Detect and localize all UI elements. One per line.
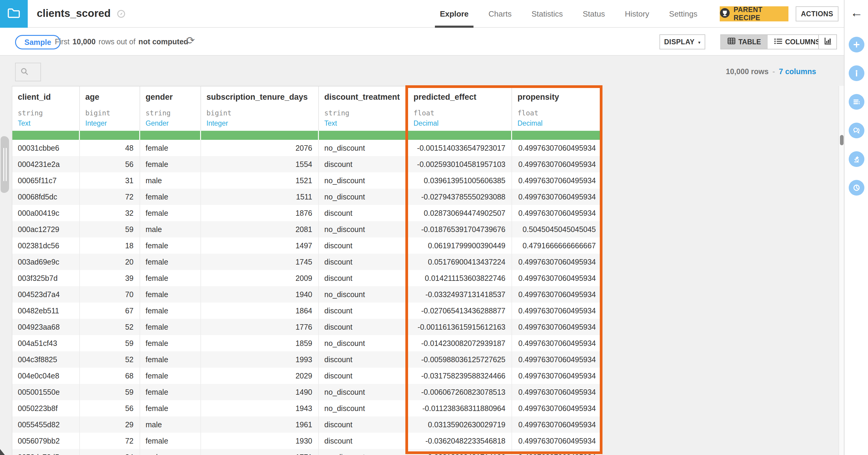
cell-client_id: 0056079bb2 [12,433,80,449]
quality-bar-discount_treatment[interactable] [319,131,408,140]
table-row: 003ad69e9c20female1745discount0.05176900… [12,254,602,270]
parent-recipe-button[interactable]: PARENT RECIPE [720,6,788,22]
column-header-age[interactable]: agebigintInteger [80,87,140,131]
tab-settings[interactable]: Settings [669,0,698,28]
cell-age: 20 [80,254,140,270]
cell-propensity: 0.49976307060495934 [512,368,602,384]
cell-predicted_effect: -0.03324937131418537 [408,286,512,302]
dataset-icon-tile[interactable] [0,0,28,28]
table-row: 003f325b7d39female2009discount0.01421115… [12,270,602,286]
cell-subscription_tenure_days: 2029 [201,368,319,384]
quality-bar-propensity[interactable] [512,131,602,140]
view-columns-button[interactable]: COLUMNS [768,35,827,49]
quality-bar-predicted_effect[interactable] [408,131,512,140]
cell-subscription_tenure_days: 1943 [201,400,319,416]
history-icon[interactable] [849,180,864,196]
column-header-predicted_effect[interactable]: predicted_effectfloatDecimal [408,87,512,131]
quality-bar-subscription_tenure_days[interactable] [201,131,319,140]
column-name: discount_treatment [324,93,407,102]
sample-pill[interactable]: Sample [15,35,61,50]
column-storage-type: float [413,109,512,117]
table-row: 00031cbbe648female2076no_discount-0.0015… [12,140,602,156]
cell-client_id: 0050223b8f [12,400,80,416]
column-meaning[interactable]: Text [324,119,407,127]
column-meaning[interactable]: Integer [207,119,318,127]
cell-predicted_effect: 0.06191799900390449 [408,237,512,254]
cell-client_id: 004a51cf43 [12,335,80,351]
quality-bar-gender[interactable] [140,131,201,140]
column-meaning[interactable]: Text [18,119,79,127]
cell-propensity: 0.49976307060495934 [512,335,602,351]
cell-age: 48 [80,140,140,156]
column-header-client_id[interactable]: client_idstringText [12,87,80,131]
plus-icon[interactable] [849,37,864,53]
tab-history[interactable]: History [625,0,649,28]
cell-propensity: 0.49976307060495934 [512,416,602,433]
charts-view-button[interactable] [818,34,837,50]
collapse-panel-arrow[interactable]: ← [844,5,868,20]
cell-age: 70 [80,286,140,302]
cell-subscription_tenure_days: 1940 [201,286,319,302]
cell-subscription_tenure_days: 1876 [201,205,319,221]
left-drawer-handle[interactable] [1,136,9,193]
column-storage-type: bigint [207,109,318,117]
cell-predicted_effect: -0.005988036125727625 [408,351,512,368]
cell-propensity: 0.49976307060495934 [512,384,602,400]
column-header-propensity[interactable]: propensityfloatDecimal [512,87,602,131]
cell-predicted_effect: 0.05176900413437224 [408,254,512,270]
column-header-gender[interactable]: genderstringGender [140,87,201,131]
search-icon [20,67,29,77]
cell-propensity: 0.49976307060495934 [512,189,602,205]
dataset-folder-icon [6,5,22,22]
tab-explore[interactable]: Explore [440,0,468,28]
cell-gender: female [140,302,201,319]
cell-predicted_effect: -0.027943785550293088 [408,189,512,205]
column-meaning[interactable]: Decimal [413,119,512,127]
table-row: 002381dc5618female1497discount0.06191799… [12,237,602,254]
discussions-icon[interactable] [849,123,864,138]
view-table-button[interactable]: TABLE [721,35,768,49]
vertical-scrollbar[interactable] [838,86,844,455]
refresh-sample-icon[interactable]: ⟳ [186,34,195,46]
tab-status[interactable]: Status [583,0,605,28]
chevron-down-icon: ▾ [698,40,701,45]
column-meaning[interactable]: Integer [85,119,140,127]
cell-discount_treatment: no_discount [319,221,408,237]
tab-statistics[interactable]: Statistics [531,0,563,28]
cell-predicted_effect: -0.014230082072939187 [408,335,512,351]
columns-count-link[interactable]: 7 columns [779,67,816,76]
column-name: subscription_tenure_days [207,93,318,102]
bar-chart-icon [824,37,832,47]
cell-gender: female [140,140,201,156]
data-table: client_idstringTextagebigintIntegergende… [12,86,602,455]
search-input[interactable] [15,63,41,82]
column-header-discount_treatment[interactable]: discount_treatmentstringText [319,87,408,131]
cell-age: 18 [80,237,140,254]
details-icon[interactable] [849,94,864,110]
info-icon[interactable] [849,65,864,81]
cell-age: 32 [80,205,140,221]
cell-predicted_effect: -0.0025930104581957103 [408,156,512,172]
tab-charts[interactable]: Charts [489,0,512,28]
cell-subscription_tenure_days: 1771 [201,449,319,455]
row-column-count: 10,000 rows - 7 columns [726,67,816,76]
cell-discount_treatment: no_discount [319,335,408,351]
cell-propensity: 0.5045045045045045 [512,221,602,237]
quality-bar-age[interactable] [80,131,140,140]
cell-discount_treatment: discount [319,319,408,335]
cell-subscription_tenure_days: 1930 [201,433,319,449]
column-meaning[interactable]: Gender [146,119,200,127]
scrollbar-thumb[interactable] [840,135,844,145]
cell-subscription_tenure_days: 1745 [201,254,319,270]
display-button[interactable]: DISPLAY ▾ [659,34,705,50]
actions-button[interactable]: ACTIONS [796,6,838,22]
cell-gender: male [140,221,201,237]
cell-discount_treatment: discount [319,237,408,254]
column-header-subscription_tenure_days[interactable]: subscription_tenure_daysbigintInteger [201,87,319,131]
lab-icon[interactable] [849,151,864,167]
explore-content: 10,000 rows - 7 columns client_idstringT… [0,56,844,455]
quality-bar-client_id[interactable] [12,131,80,140]
column-meaning[interactable]: Decimal [518,119,602,127]
cell-predicted_effect: -0.018765391704739676 [408,221,512,237]
cell-propensity: 0.49976307060495934 [512,270,602,286]
